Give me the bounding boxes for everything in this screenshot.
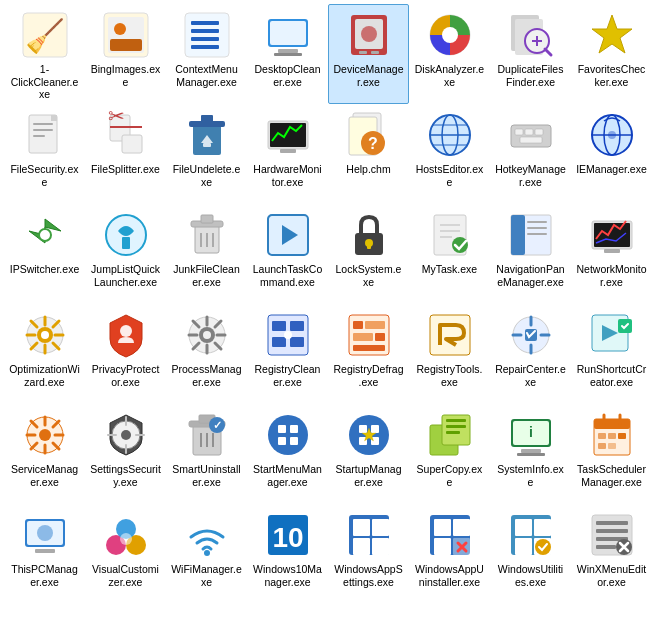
svg-point-21 xyxy=(442,27,458,43)
icon-item-duplicatefinder[interactable]: DuplicateFilesFinder.exe xyxy=(490,4,571,104)
svg-rect-105 xyxy=(353,333,373,341)
runshortcut-icon xyxy=(588,311,636,359)
icon-item-diskanalyzer[interactable]: DiskAnalyzer.exe xyxy=(409,4,490,104)
icon-item-hardwaremonitor[interactable]: HardwareMonitor.exe xyxy=(247,104,328,204)
privacypro-label: PrivacyProtector.exe xyxy=(90,363,161,388)
winxmenu-icon xyxy=(588,511,636,559)
fileundelete-label: FileUndelete.exe xyxy=(171,163,242,188)
icon-item-launchtask[interactable]: LaunchTaskCommand.exe xyxy=(247,204,328,304)
icon-item-startupmanager[interactable]: StartupManager.exe xyxy=(328,404,409,504)
icon-item-fileundelete[interactable]: FileUndelete.exe xyxy=(166,104,247,204)
svg-point-115 xyxy=(39,429,51,441)
icon-item-favoriteschecker[interactable]: FavoritesChecker.exe xyxy=(571,4,650,104)
icon-item-supercopy[interactable]: SuperCopy.exe xyxy=(409,404,490,504)
icon-item-thispc[interactable]: ThisPCManager.exe xyxy=(4,504,85,604)
svg-rect-54 xyxy=(515,129,523,135)
icon-item-win10manager[interactable]: 10 Windows10Manager.exe xyxy=(247,504,328,604)
svg-rect-32 xyxy=(33,135,45,137)
regdefrag-label: RegistryDefrag.exe xyxy=(333,363,404,388)
svg-rect-181 xyxy=(534,519,551,536)
svg-point-4 xyxy=(114,23,126,35)
icon-item-junkfilecleaner[interactable]: JunkFileCleaner.exe xyxy=(166,204,247,304)
svg-rect-148 xyxy=(594,419,630,429)
winappuninstall-icon xyxy=(426,511,474,559)
duplicatefinder-icon xyxy=(507,11,555,59)
optiwizard-icon xyxy=(21,311,69,359)
svg-rect-140 xyxy=(446,425,466,428)
icon-item-privacypro[interactable]: PrivacyProtector.exe xyxy=(85,304,166,404)
icon-item-runshortcut[interactable]: RunShortcutCreator.exe xyxy=(571,304,650,404)
icon-item-jumplist[interactable]: JumpListQuickLauncher.exe xyxy=(85,204,166,304)
startupmanager-label: StartupManager.exe xyxy=(333,463,404,488)
icon-item-desktopcleaner[interactable]: DesktopCleaner.exe xyxy=(247,4,328,104)
locksystem-label: LockSystem.exe xyxy=(333,263,404,288)
svg-rect-189 xyxy=(596,545,616,549)
regtools-icon xyxy=(426,311,474,359)
svg-rect-182 xyxy=(515,538,532,555)
winutilities-icon xyxy=(507,511,555,559)
icon-item-filesecurity[interactable]: FileSecurity.exe xyxy=(4,104,85,204)
fileundelete-icon xyxy=(183,111,231,159)
icon-item-navpane[interactable]: NavigationPaneManager.exe xyxy=(490,204,571,304)
icon-item-regdefrag[interactable]: RegistryDefrag.exe xyxy=(328,304,409,404)
svg-rect-12 xyxy=(270,21,306,45)
icon-item-locksystem[interactable]: LockSystem.exe xyxy=(328,204,409,304)
icon-item-winappuninstall[interactable]: WindowsAppUninstaller.exe xyxy=(409,504,490,604)
icon-item-taskscheduler[interactable]: TaskSchedulerManager.exe xyxy=(571,404,650,504)
icon-item-wifimanager[interactable]: WiFiManager.exe xyxy=(166,504,247,604)
win10manager-icon: 10 xyxy=(264,511,312,559)
svg-rect-169 xyxy=(372,519,389,536)
icon-item-processmanager[interactable]: ProcessManager.exe xyxy=(166,304,247,404)
icon-item-hotkeymanager[interactable]: HotkeyManager.exe xyxy=(490,104,571,204)
icon-item-hostsedit[interactable]: HostsEditor.exe xyxy=(409,104,490,204)
1clickcleaner-label: 1-ClickCleaner.exe xyxy=(9,63,80,101)
icon-item-contextmenu[interactable]: ContextMenuManager.exe xyxy=(166,4,247,104)
junkfilecleaner-label: JunkFileCleaner.exe xyxy=(171,263,242,288)
icon-item-smartuninstall[interactable]: ✓ SmartUninstaller.exe xyxy=(166,404,247,504)
contextmenu-label: ContextMenuManager.exe xyxy=(171,63,242,88)
svg-rect-100 xyxy=(290,337,304,347)
icon-item-help[interactable]: ? Help.chm xyxy=(328,104,409,204)
icon-item-visualcust[interactable]: VisualCustomizer.exe xyxy=(85,504,166,604)
diskanalyzer-label: DiskAnalyzer.exe xyxy=(414,63,485,88)
icon-item-systeminfo[interactable]: i SystemInfo.exe xyxy=(490,404,571,504)
icon-item-devicemanager[interactable]: DeviceManager.exe xyxy=(328,4,409,104)
icon-item-mytask[interactable]: MyTask.exe xyxy=(409,204,490,304)
icon-item-networkmonitor[interactable]: NetworkMonitor.exe xyxy=(571,204,650,304)
winutilities-label: WindowsUtilities.exe xyxy=(495,563,566,588)
icon-item-servicemanager[interactable]: ServiceManager.exe xyxy=(4,404,85,504)
filesecurity-icon xyxy=(21,111,69,159)
svg-rect-133 xyxy=(371,425,379,433)
wifimanager-icon xyxy=(183,511,231,559)
jumplist-label: JumpListQuickLauncher.exe xyxy=(90,263,161,288)
win10manager-label: Windows10Manager.exe xyxy=(252,563,323,588)
icon-item-bingimages[interactable]: BingImages.exe xyxy=(85,4,166,104)
icon-item-repaircenter[interactable]: RepairCenter.exe xyxy=(490,304,571,404)
regcleaner-icon xyxy=(264,311,312,359)
svg-rect-175 xyxy=(434,538,451,555)
locksystem-icon xyxy=(345,211,393,259)
icon-item-winappsettings[interactable]: WindowsAppSettings.exe xyxy=(328,504,409,604)
svg-rect-173 xyxy=(434,519,451,536)
supercopy-icon xyxy=(426,411,474,459)
winappuninstall-label: WindowsAppUninstaller.exe xyxy=(414,563,485,588)
icon-item-ipswitcher[interactable]: IPSwitcher.exe xyxy=(4,204,85,304)
settingssec-label: SettingsSecurity.exe xyxy=(90,463,161,488)
networkmonitor-label: NetworkMonitor.exe xyxy=(576,263,647,288)
icon-item-startmenu[interactable]: StartMenuManager.exe xyxy=(247,404,328,504)
1clickcleaner-icon: 🧹 xyxy=(21,11,69,59)
icon-item-settingssec[interactable]: SettingsSecurity.exe xyxy=(85,404,166,504)
icon-item-1clickcleaner[interactable]: 🧹 1-ClickCleaner.exe xyxy=(4,4,85,104)
icon-item-winutilities[interactable]: WindowsUtilities.exe xyxy=(490,504,571,604)
icon-item-filesplitter[interactable]: ✂ FileSplitter.exe xyxy=(85,104,166,204)
svg-point-101 xyxy=(284,331,292,339)
icon-item-regtools[interactable]: RegistryTools.exe xyxy=(409,304,490,404)
navpane-icon xyxy=(507,211,555,259)
svg-rect-153 xyxy=(618,433,626,439)
icon-item-iemanager[interactable]: IEManager.exe xyxy=(571,104,650,204)
icon-item-regcleaner[interactable]: RegistryCleaner.exe xyxy=(247,304,328,404)
help-label: Help.chm xyxy=(346,163,390,176)
icon-item-winxmenu[interactable]: WinXMenuEditor.exe xyxy=(571,504,650,604)
svg-rect-10 xyxy=(191,45,219,49)
icon-item-optiwizard[interactable]: OptimizationWizard.exe xyxy=(4,304,85,404)
